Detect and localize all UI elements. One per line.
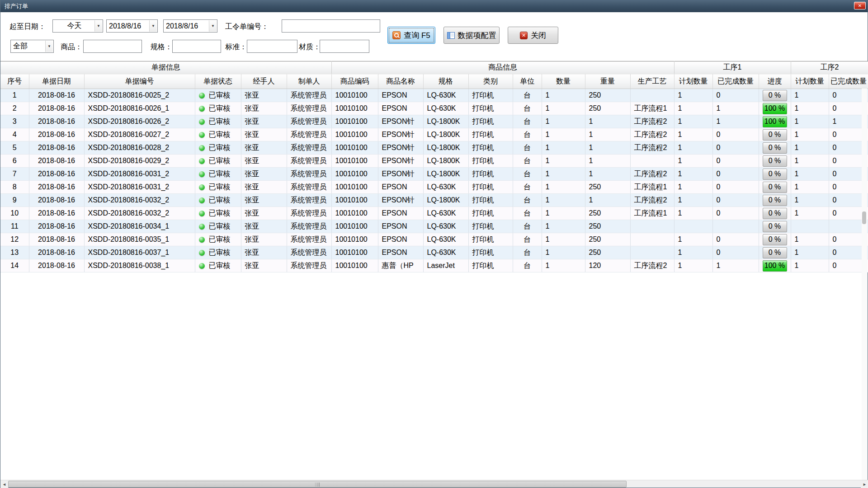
cell-name: EPSON bbox=[378, 89, 423, 102]
date-from-select[interactable]: 2018/8/16 ▼ bbox=[106, 19, 158, 33]
horizontal-scrollbar[interactable]: ◄ ► bbox=[0, 480, 868, 488]
table-row[interactable]: 12018-08-16XSDD-20180816-0025_2已审核张亚系统管理… bbox=[0, 89, 868, 102]
spec-label: 规格： bbox=[151, 42, 172, 52]
column-header-process[interactable]: 生产工艺 bbox=[630, 74, 674, 89]
scroll-left-arrow-icon[interactable]: ◄ bbox=[0, 480, 8, 488]
cell-status: 已审核 bbox=[195, 115, 241, 128]
column-header-spec[interactable]: 规格 bbox=[423, 74, 468, 89]
status-ok-icon bbox=[199, 132, 205, 138]
cell-qty: 1 bbox=[542, 89, 585, 102]
material-input[interactable] bbox=[320, 40, 369, 53]
cell-no: XSDD-20180816-0032_2 bbox=[84, 194, 195, 207]
cell-handler: 张亚 bbox=[241, 181, 287, 194]
column-header-qty[interactable]: 数量 bbox=[542, 74, 585, 89]
vertical-scrollbar-thumb[interactable] bbox=[862, 211, 866, 224]
cell-no: XSDD-20180816-0031_2 bbox=[84, 168, 195, 181]
column-header-code[interactable]: 商品编码 bbox=[331, 74, 378, 89]
cell-code: 10010100 bbox=[331, 168, 378, 181]
cell-p1_done: 0 bbox=[712, 128, 759, 141]
cell-p1_plan: 1 bbox=[674, 194, 712, 207]
table-row[interactable]: 102018-08-16XSDD-20180816-0032_2已审核张亚系统管… bbox=[0, 207, 868, 220]
cell-progress: 0 % bbox=[759, 220, 791, 233]
table-row[interactable]: 92018-08-16XSDD-20180816-0032_2已审核张亚系统管理… bbox=[0, 194, 868, 207]
cell-p2_plan: 1 bbox=[791, 207, 829, 220]
cell-cat: 打印机 bbox=[468, 220, 513, 233]
cell-seq: 4 bbox=[0, 128, 29, 141]
column-header-maker[interactable]: 制单人 bbox=[287, 74, 331, 89]
cell-p1_plan bbox=[674, 220, 712, 233]
cell-weight: 250 bbox=[585, 233, 630, 246]
status-text: 已审核 bbox=[209, 222, 231, 231]
vertical-scrollbar[interactable] bbox=[862, 89, 867, 480]
column-header-p2_plan[interactable]: 计划数量 bbox=[791, 74, 829, 89]
cell-p1_done: 1 bbox=[712, 115, 759, 128]
progress-badge: 0 % bbox=[763, 195, 787, 206]
column-header-p1_prog[interactable]: 进度 bbox=[759, 74, 791, 89]
column-header-weight[interactable]: 重量 bbox=[585, 74, 630, 89]
table-row[interactable]: 32018-08-16XSDD-20180816-0026_2已审核张亚系统管理… bbox=[0, 115, 868, 128]
column-header-seq[interactable]: 序号 bbox=[0, 74, 29, 89]
scrollbar-grip-icon bbox=[316, 483, 320, 487]
spec-input[interactable] bbox=[172, 40, 221, 53]
cell-p2_plan: 1 bbox=[791, 168, 829, 181]
work-order-input[interactable] bbox=[282, 19, 380, 33]
product-input[interactable] bbox=[83, 40, 142, 53]
cell-handler: 张亚 bbox=[241, 141, 287, 155]
status-ok-icon bbox=[199, 263, 205, 269]
cell-date: 2018-08-16 bbox=[29, 102, 84, 115]
column-header-date[interactable]: 单据日期 bbox=[29, 74, 84, 89]
table-row[interactable]: 42018-08-16XSDD-20180816-0027_2已审核张亚系统管理… bbox=[0, 128, 868, 141]
cell-code: 10010100 bbox=[331, 194, 378, 207]
query-button[interactable]: 查询 F5 bbox=[387, 27, 435, 44]
cell-p1_done: 0 bbox=[712, 168, 759, 181]
status-text: 已审核 bbox=[209, 261, 231, 271]
cell-p1_done: 0 bbox=[712, 207, 759, 220]
table-row[interactable]: 142018-08-16XSDD-20180816-0038_1已审核张亚系统管… bbox=[0, 259, 868, 272]
column-header-name[interactable]: 商品名称 bbox=[378, 74, 423, 89]
table-row[interactable]: 72018-08-16XSDD-20180816-0031_2已审核张亚系统管理… bbox=[0, 168, 868, 181]
close-button[interactable]: ✕ 关闭 bbox=[508, 27, 558, 44]
table-row[interactable]: 112018-08-16XSDD-20180816-0034_1已审核张亚系统管… bbox=[0, 220, 868, 233]
column-header-status[interactable]: 单据状态 bbox=[195, 74, 241, 89]
scroll-right-arrow-icon[interactable]: ► bbox=[861, 480, 868, 488]
status-text: 已审核 bbox=[209, 104, 231, 113]
table-row[interactable]: 132018-08-16XSDD-20180816-0037_1已审核张亚系统管… bbox=[0, 246, 868, 259]
cell-name: EPSON针 bbox=[378, 155, 423, 168]
cell-weight: 250 bbox=[585, 220, 630, 233]
column-header-p2_done[interactable]: 已完成数量 bbox=[829, 74, 868, 89]
cell-no: XSDD-20180816-0026_2 bbox=[84, 115, 195, 128]
cell-cat: 打印机 bbox=[468, 168, 513, 181]
cell-name: EPSON bbox=[378, 181, 423, 194]
date-to-select[interactable]: 2018/8/16 ▼ bbox=[163, 19, 217, 33]
group-header-1: 商品信息 bbox=[331, 61, 674, 74]
cell-weight: 250 bbox=[585, 102, 630, 115]
cell-progress: 100 % bbox=[759, 259, 791, 272]
column-header-handler[interactable]: 经手人 bbox=[241, 74, 287, 89]
window-titlebar: 排产订单 ✕ bbox=[0, 0, 868, 12]
cell-name: 惠普（HP bbox=[378, 259, 423, 272]
standard-input[interactable] bbox=[247, 40, 297, 53]
cell-no: XSDD-20180816-0028_2 bbox=[84, 141, 195, 155]
cell-unit: 台 bbox=[513, 128, 542, 141]
date-preset-select[interactable]: 今天 ▼ bbox=[52, 19, 103, 33]
column-header-p1_plan[interactable]: 计划数量 bbox=[674, 74, 712, 89]
column-header-no[interactable]: 单据编号 bbox=[84, 74, 195, 89]
cell-maker: 系统管理员 bbox=[287, 246, 331, 259]
cell-unit: 台 bbox=[513, 194, 542, 207]
column-header-p1_done[interactable]: 已完成数量 bbox=[712, 74, 759, 89]
column-header-unit[interactable]: 单位 bbox=[513, 74, 542, 89]
cell-spec: LQ-630K bbox=[423, 207, 468, 220]
cell-name: EPSON bbox=[378, 220, 423, 233]
category-select[interactable]: 全部 ▼ bbox=[10, 40, 54, 53]
table-row[interactable]: 62018-08-16XSDD-20180816-0029_2已审核张亚系统管理… bbox=[0, 155, 868, 168]
cell-unit: 台 bbox=[513, 246, 542, 259]
table-row[interactable]: 52018-08-16XSDD-20180816-0028_2已审核张亚系统管理… bbox=[0, 141, 868, 155]
table-row[interactable]: 22018-08-16XSDD-20180816-0026_1已审核张亚系统管理… bbox=[0, 102, 868, 115]
horizontal-scrollbar-thumb[interactable] bbox=[8, 481, 627, 488]
data-config-button[interactable]: 数据项配置 bbox=[443, 27, 500, 44]
cell-spec: LQ-630K bbox=[423, 246, 468, 259]
table-row[interactable]: 122018-08-16XSDD-20180816-0035_1已审核张亚系统管… bbox=[0, 233, 868, 246]
table-row[interactable]: 82018-08-16XSDD-20180816-0031_2已审核张亚系统管理… bbox=[0, 181, 868, 194]
window-close-button[interactable]: ✕ bbox=[854, 2, 866, 9]
column-header-cat[interactable]: 类别 bbox=[468, 74, 513, 89]
